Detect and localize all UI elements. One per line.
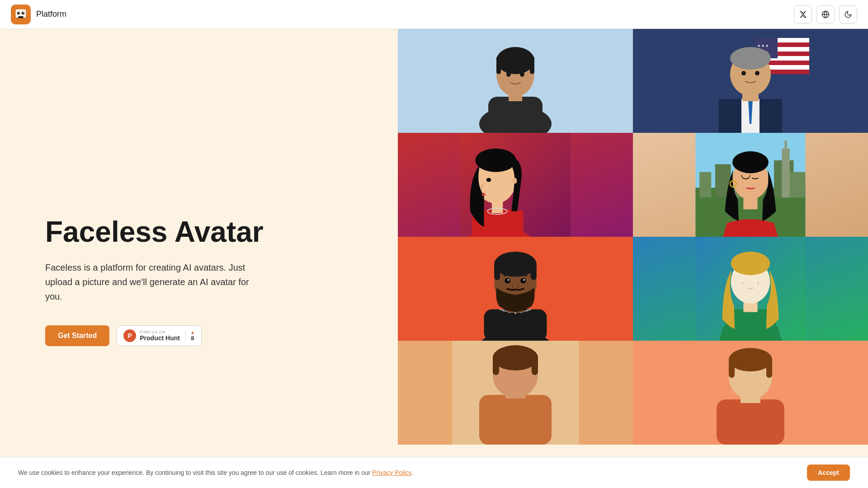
svg-rect-48	[699, 172, 711, 197]
avatar-card-4	[633, 133, 868, 237]
svg-point-4	[19, 12, 19, 13]
svg-rect-71	[531, 262, 537, 280]
cookie-text: We use cookies to enhance your experienc…	[18, 469, 793, 476]
svg-point-75	[523, 279, 524, 281]
twitter-button[interactable]	[794, 5, 812, 23]
svg-point-45	[512, 178, 517, 184]
hero-description: Faceless is a platform for creating AI a…	[45, 260, 262, 304]
svg-point-19	[506, 71, 511, 77]
svg-point-35	[730, 47, 771, 70]
navbar: Platform	[0, 0, 868, 29]
svg-point-66	[526, 310, 528, 311]
svg-point-43	[475, 149, 516, 172]
svg-rect-91	[532, 354, 538, 375]
svg-point-44	[486, 178, 491, 182]
avatar-card-8	[633, 341, 868, 445]
ph-logo-icon: P	[123, 329, 136, 342]
svg-point-3	[22, 12, 24, 14]
svg-point-57	[732, 151, 769, 174]
svg-rect-53	[782, 149, 789, 197]
avatar-card-1	[398, 29, 633, 133]
ph-number: 8	[191, 335, 194, 342]
avatar-card-6	[633, 237, 868, 341]
hero-title: Faceless Avatar	[45, 216, 362, 248]
svg-point-96	[729, 348, 772, 371]
svg-rect-52	[790, 172, 806, 197]
svg-point-20	[520, 71, 524, 77]
avatar-card-5	[398, 237, 633, 341]
svg-rect-13	[488, 97, 542, 133]
avatar-grid: ★ ★ ★ ★ ★ ★	[398, 29, 868, 488]
svg-point-16	[496, 47, 534, 74]
svg-rect-86	[479, 395, 552, 445]
svg-rect-90	[493, 354, 499, 375]
cookie-banner: We use cookies to enhance your experienc…	[0, 457, 868, 488]
svg-point-80	[731, 252, 770, 275]
svg-rect-97	[729, 358, 735, 378]
svg-point-64	[514, 313, 516, 314]
avatar-card-3	[398, 133, 633, 237]
nav-actions	[794, 5, 857, 23]
language-button[interactable]	[816, 5, 835, 23]
ph-name-label: Product Hunt	[140, 334, 180, 342]
hero-section: Faceless Avatar Faceless is a platform f…	[0, 29, 398, 488]
darkmode-button[interactable]	[839, 5, 857, 23]
svg-rect-70	[494, 262, 500, 280]
avatar-card-2: ★ ★ ★ ★ ★ ★	[633, 29, 868, 133]
svg-rect-93	[717, 399, 784, 445]
product-hunt-badge[interactable]: P FIND US ON Product Hunt ▲ 8	[117, 325, 202, 346]
svg-rect-7	[17, 18, 19, 20]
svg-point-89	[493, 345, 538, 371]
svg-rect-18	[530, 56, 534, 74]
avatar-card-7	[398, 341, 633, 445]
cta-row: Get Started P FIND US ON Product Hunt ▲ …	[45, 325, 362, 346]
svg-point-36	[741, 71, 746, 75]
svg-point-74	[508, 279, 509, 281]
svg-rect-98	[766, 358, 772, 378]
svg-point-73	[520, 278, 526, 283]
page-wrapper: Faceless Avatar Faceless is a platform f…	[0, 0, 868, 488]
svg-point-2	[17, 12, 20, 14]
accept-cookies-button[interactable]: Accept	[807, 465, 850, 481]
ph-text-block: FIND US ON Product Hunt	[140, 330, 180, 342]
get-started-button[interactable]: Get Started	[45, 325, 109, 346]
svg-rect-6	[18, 16, 24, 18]
privacy-policy-link[interactable]: Privacy Policy	[372, 469, 411, 476]
ph-find-label: FIND US ON	[140, 330, 180, 334]
svg-rect-61	[484, 310, 547, 341]
app-logo	[11, 5, 31, 24]
svg-point-72	[505, 278, 510, 283]
nav-title: Platform	[36, 9, 66, 19]
svg-text:★ ★ ★: ★ ★ ★	[757, 44, 769, 48]
svg-point-62	[503, 310, 504, 311]
svg-rect-17	[496, 56, 501, 74]
ph-vote-count: ▲ 8	[185, 330, 195, 342]
svg-rect-54	[785, 141, 787, 150]
svg-point-37	[755, 71, 760, 75]
nav-left: Platform	[11, 5, 66, 24]
svg-rect-8	[23, 18, 24, 20]
ph-arrow-icon: ▲	[190, 330, 195, 335]
svg-point-69	[494, 252, 537, 277]
svg-point-5	[23, 12, 24, 13]
